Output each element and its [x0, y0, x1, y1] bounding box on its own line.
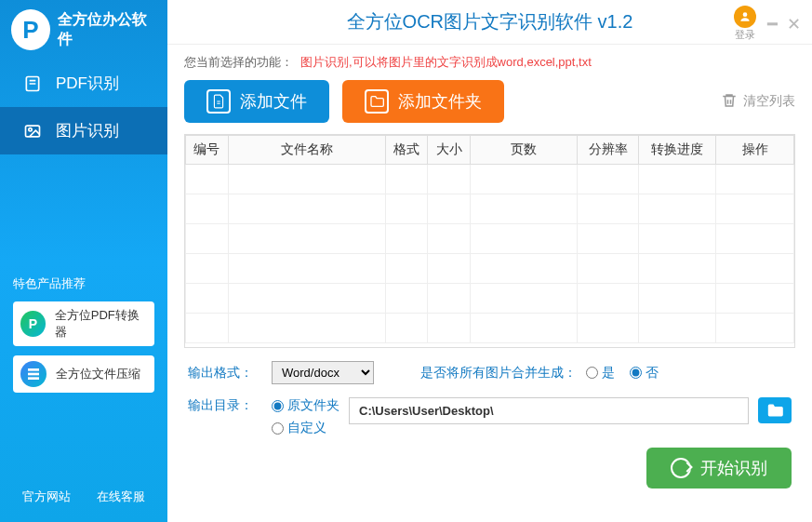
table-row	[186, 224, 794, 254]
table-row	[186, 284, 794, 314]
promo-icon: P	[20, 311, 46, 337]
table-header: 页数	[471, 136, 578, 165]
button-label: 添加文件夹	[398, 90, 482, 113]
browse-button[interactable]	[758, 397, 792, 423]
promo-label: 全方位PDF转换器	[55, 307, 147, 341]
nav-label: PDF识别	[56, 73, 119, 94]
function-description: 您当前选择的功能： 图片识别,可以将图片里的文字识别成word,excel,pp…	[167, 45, 812, 80]
merge-question: 是否将所有图片合并生成：	[420, 365, 577, 381]
svg-rect-3	[28, 368, 39, 371]
nav-label: 图片识别	[56, 120, 119, 141]
add-file-button[interactable]: 添加文件	[184, 80, 329, 123]
titlebar: 全方位OCR图片文字识别软件 v1.2 登录 ━ ✕	[167, 0, 812, 45]
login-button[interactable]: 登录	[734, 6, 756, 42]
nav-pdf[interactable]: PDF识别	[0, 60, 167, 107]
svg-rect-4	[28, 373, 39, 376]
table-row	[186, 254, 794, 284]
radio-label: 原文件夹	[287, 397, 339, 414]
dir-custom[interactable]: 自定义	[272, 420, 339, 436]
svg-rect-5	[28, 377, 39, 380]
image-icon	[22, 121, 43, 141]
radio-input[interactable]	[272, 422, 284, 435]
official-site-link[interactable]: 官方网站	[22, 489, 71, 505]
func-text: 图片识别,可以将图片里的文字识别成word,excel,ppt,txt	[300, 54, 592, 71]
radio-label: 是	[602, 365, 615, 381]
table-row	[186, 194, 794, 224]
app-title: 全方位OCR图片文字识别软件 v1.2	[347, 9, 633, 34]
file-table: 编号文件名称格式大小页数分辨率转换进度操作	[184, 134, 795, 348]
clear-list-button[interactable]: 清空列表	[721, 92, 795, 112]
output-path-input[interactable]	[349, 397, 749, 424]
clear-label: 清空列表	[743, 93, 795, 110]
radio-label: 否	[646, 365, 659, 381]
add-folder-button[interactable]: 添加文件夹	[342, 80, 504, 123]
promo-icon	[20, 361, 47, 387]
close-icon[interactable]: ✕	[787, 14, 801, 34]
func-label: 您当前选择的功能：	[184, 54, 293, 71]
minimize-icon[interactable]: ━	[767, 14, 778, 34]
table-row	[186, 314, 794, 343]
promo-label: 全方位文件压缩	[56, 366, 140, 382]
folder-icon	[365, 89, 389, 114]
promo-item-file-compress[interactable]: 全方位文件压缩	[13, 355, 154, 393]
merge-radio-group: 是 否	[586, 365, 659, 381]
table-header: 分辨率	[578, 136, 639, 165]
svg-point-6	[743, 12, 748, 17]
output-dir-label: 输出目录：	[188, 397, 262, 414]
user-icon	[734, 6, 756, 28]
output-format-select[interactable]: Word/docx	[272, 361, 374, 384]
table-row	[186, 165, 794, 194]
sidebar-footer: 官方网站 在线客服	[0, 475, 167, 522]
button-label: 添加文件	[240, 90, 307, 113]
login-label: 登录	[735, 28, 755, 42]
nav-image[interactable]: 图片识别	[0, 107, 167, 154]
main-area: 全方位OCR图片文字识别软件 v1.2 登录 ━ ✕ 您当前选择的功能： 图片识…	[167, 0, 812, 522]
svg-point-2	[29, 127, 32, 130]
table-header: 转换进度	[638, 136, 715, 165]
start-button[interactable]: 开始识别	[646, 448, 792, 489]
merge-yes[interactable]: 是	[586, 365, 615, 381]
promo-section: 特色产品推荐 P 全方位PDF转换器 全方位文件压缩	[0, 266, 167, 411]
file-icon	[206, 89, 231, 114]
table-header: 编号	[186, 136, 229, 165]
table-header: 操作	[716, 136, 794, 165]
dir-original[interactable]: 原文件夹	[272, 397, 339, 414]
radio-input[interactable]	[272, 400, 284, 412]
sidebar: P 全方位办公软件 PDF识别 图片识别 特色产品推荐 P 全方位PDF转换器	[0, 0, 167, 522]
support-link[interactable]: 在线客服	[97, 489, 145, 505]
trash-icon	[721, 92, 738, 112]
radio-input[interactable]	[586, 367, 598, 379]
pdf-icon	[22, 74, 43, 94]
table-header: 文件名称	[228, 136, 385, 165]
table-header: 格式	[385, 136, 428, 165]
logo-area: P 全方位办公软件	[0, 0, 167, 60]
radio-input[interactable]	[630, 367, 642, 379]
promo-item-pdf-converter[interactable]: P 全方位PDF转换器	[13, 301, 154, 346]
table-header: 大小	[428, 136, 471, 165]
merge-no[interactable]: 否	[630, 365, 659, 381]
folder-icon	[765, 403, 784, 418]
app-name: 全方位办公软件	[58, 10, 156, 49]
button-label: 开始识别	[700, 457, 767, 479]
refresh-icon	[671, 458, 691, 478]
app-logo-icon: P	[11, 9, 50, 50]
output-format-label: 输出格式：	[188, 365, 262, 381]
promo-title: 特色产品推荐	[13, 275, 154, 292]
radio-label: 自定义	[287, 420, 326, 436]
